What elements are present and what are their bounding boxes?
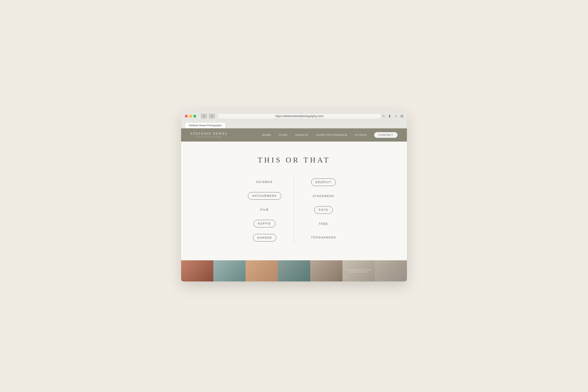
right-column: EROPUIT STADSMENS FOTO THEE TOOGHANGEN [294,176,353,244]
nav-contact[interactable]: CONTACT [374,132,398,138]
logo-name: STEFANIE DEWEL [190,132,228,136]
website: STEFANIE DEWEL PHOTOGRAPHY HOME OVER SHO… [181,128,407,282]
site-logo[interactable]: STEFANIE DEWEL PHOTOGRAPHY [190,132,228,138]
browser-controls [201,114,215,119]
reload-button[interactable]: ↻ [382,114,385,118]
browser-chrome: https://stefaniedewelphotography.com/ ↻ … [181,110,407,128]
browser-right-controls: ⬆ ＋ ⧉ [388,114,403,119]
back-button[interactable] [201,114,207,119]
photo-7 [375,260,407,282]
logo-subtitle: PHOTOGRAPHY [190,136,228,138]
item-foto[interactable]: FOTO [314,206,333,214]
address-bar[interactable]: https://stefaniedewelphotography.com/ [218,113,381,119]
photo-2 [213,260,246,282]
active-tab[interactable]: Stefanie Dewel Photography [185,122,226,128]
page-title: THIS OR THAT [190,156,398,164]
nav-home[interactable]: HOME [262,134,272,136]
photo-caption: Let's dive into your female power [342,269,375,273]
item-eropuit[interactable]: EROPUIT [311,178,336,186]
tab-bar: Stefanie Dewel Photography [185,121,403,128]
fullscreen-button[interactable] [193,115,196,118]
new-tab-icon[interactable]: ＋ [394,114,398,119]
minimize-button[interactable] [189,115,192,118]
item-stadsmens[interactable]: STADSMENS [308,192,338,200]
sidebar-icon[interactable]: ⧉ [400,114,403,118]
item-dansen[interactable]: DANSEN [253,234,276,242]
nav-studio[interactable]: STUDIO [355,134,367,136]
item-thee[interactable]: THEE [314,220,332,228]
site-navigation: STEFANIE DEWEL PHOTOGRAPHY HOME OVER SHO… [181,128,407,142]
forward-button[interactable] [209,114,215,119]
photo-3 [246,260,278,282]
item-huismus[interactable]: HUISMUS [252,178,277,186]
share-icon[interactable]: ⬆ [388,114,391,118]
this-or-that-container: HUISMUS NATUURMENS FILM KOFFIE DANSEN ER… [235,176,353,244]
photo-5 [310,260,342,282]
photo-4 [278,260,310,282]
address-bar-wrap: https://stefaniedewelphotography.com/ ↻ [218,113,385,119]
nav-voor-fotografen[interactable]: VOOR FOTOGRAFEN [316,134,347,136]
browser-window: https://stefaniedewelphotography.com/ ↻ … [181,110,407,282]
left-column: HUISMUS NATUURMENS FILM KOFFIE DANSEN [235,176,294,244]
item-natuurmens[interactable]: NATUURMENS [248,192,281,200]
item-tooghangen[interactable]: TOOGHANGEN [307,234,340,241]
nav-shoots[interactable]: SHOOTS [295,134,308,136]
main-content: THIS OR THAT HUISMUS NATUURMENS FILM KOF… [181,142,407,260]
item-film[interactable]: FILM [256,206,273,213]
nav-links: HOME OVER SHOOTS VOOR FOTOGRAFEN STUDIO … [262,132,398,138]
item-koffie[interactable]: KOFFIE [254,220,276,228]
photo-6: Let's dive into your female power [342,260,375,282]
traffic-lights [185,115,196,118]
nav-over[interactable]: OVER [279,134,288,136]
photo-strip: Let's dive into your female power [181,260,407,282]
close-button[interactable] [185,115,188,118]
photo-1 [181,260,213,282]
